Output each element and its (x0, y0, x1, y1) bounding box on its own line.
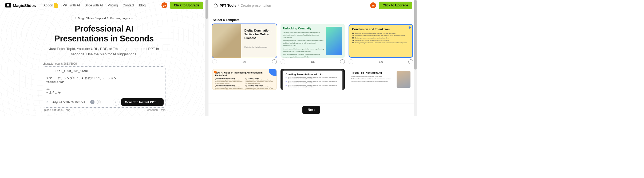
attached-file-chip[interactable]: 4dyO-1729077608207-U… (52, 100, 89, 104)
primary-nav: Addon PPT with AI Slide with AI Pricing … (44, 3, 146, 8)
translate-icon: ⟑ (74, 17, 76, 20)
nav-addon[interactable]: Addon (44, 3, 58, 8)
character-counter: character count: 2663/6000 (43, 62, 165, 65)
time-hint: less than 2 min (147, 108, 165, 111)
prompt-input-wrap: 𝄐 4dyO-1729077608207-U… ✓ ✕ ☄ Generate I… (43, 66, 165, 108)
accent-dot-icon (214, 71, 217, 73)
template-card-2[interactable]: Unlocking Creativity Creativity is the b… (280, 24, 345, 58)
pager-prev-icon[interactable]: ← (280, 59, 285, 64)
next-button[interactable]: Next (302, 106, 320, 114)
nav-blog[interactable]: Blog (139, 3, 146, 7)
template-4-title: How AI Helps In Increasing Automation In… (215, 71, 274, 77)
prompt-textarea[interactable] (43, 67, 165, 96)
template-card-3[interactable]: Conclusion and Thank You 01E-commerce ha… (349, 24, 413, 58)
right-header: PPT Tools / Create presentation ya Click… (208, 0, 417, 11)
file-remove-icon[interactable]: ✕ (97, 100, 101, 104)
nav-pricing[interactable]: Pricing (108, 3, 118, 7)
nav-ppt-with-ai[interactable]: PPT with AI (63, 3, 80, 7)
right-scrollbar-thumb[interactable] (414, 0, 417, 69)
breadcrumb: PPT Tools / Create presentation (213, 3, 271, 8)
language-badge[interactable]: ⟑ MagicSlides Support 100+ Languages → (71, 15, 137, 21)
pager-next-icon[interactable]: → (272, 59, 277, 64)
template-card-5[interactable]: Creating Presentations with AI. 01AI can… (280, 69, 345, 90)
pager-prev-icon[interactable]: ← (349, 59, 353, 64)
template-2-title: Unlocking Creativity (283, 27, 324, 30)
google-slides-icon (54, 3, 58, 8)
left-scrollbar[interactable] (205, 0, 208, 116)
template-1-subtitle: Mastering the Digital Landscape (244, 46, 274, 48)
template-3-title: Conclusion and Thank You (352, 28, 410, 31)
right-scrollbar[interactable] (414, 0, 417, 116)
logo-mark-icon (5, 3, 11, 7)
template-1-title: Digital Domination: Tactics for Online S… (244, 29, 274, 40)
nav-contact[interactable]: Contact (123, 3, 134, 7)
template-6-image (397, 71, 410, 88)
left-header: MagicSlides Addon PPT with AI Slide with… (0, 0, 208, 11)
template-card-1[interactable]: Digital Domination: Tactics for Online S… (212, 24, 277, 58)
language-badge-label: MagicSlides Support 100+ Languages → (78, 17, 134, 20)
ai-suggestion-bulb-button[interactable]: ☄ (113, 99, 120, 106)
template-2-image (326, 27, 342, 55)
hero-title: Professional AI Presentations in Seconds (16, 24, 192, 44)
template-2-pager: ← 1/6 → (280, 59, 345, 64)
hero-subtitle: Just Enter Topic, Youtube URL, PDF, or T… (45, 46, 163, 57)
attachment-icon[interactable]: 𝄐 (45, 100, 50, 104)
selection-dot-icon (409, 26, 411, 29)
nav-slide-with-ai[interactable]: Slide with AI (85, 3, 103, 7)
upgrade-button[interactable]: Click to Upgrade (170, 2, 203, 9)
upload-hint: upload pdf, docx, .png (43, 108, 70, 111)
home-icon[interactable] (213, 3, 218, 8)
template-5-title: Creating Presentations with AI. (286, 73, 339, 76)
template-3-pager: ← 1/6 → (349, 59, 413, 64)
upgrade-button[interactable]: Click to Upgrade (379, 2, 412, 9)
crumb-leaf: Create presentation (240, 3, 271, 7)
template-1-pager: ← 1/6 → (212, 59, 277, 64)
right-footer: Next (208, 103, 414, 116)
template-grid: Digital Domination: Tactics for Online S… (212, 24, 413, 90)
pager-label: 1/6 (242, 60, 246, 63)
pager-next-icon[interactable]: → (408, 59, 413, 64)
nav-addon-label: Addon (44, 3, 53, 7)
crumb-root[interactable]: PPT Tools (220, 3, 236, 7)
file-ok-icon: ✓ (90, 100, 94, 104)
crumb-sep: / (238, 3, 239, 7)
pager-label: 1/6 (379, 60, 383, 63)
section-title: Select a Template (213, 18, 413, 22)
template-1-image (212, 24, 241, 58)
pager-label: 1/6 (311, 60, 315, 63)
pager-next-icon[interactable]: → (340, 59, 345, 64)
template-card-6[interactable]: Types of Networking Online and offline n… (349, 69, 413, 90)
avatar[interactable]: ya (161, 2, 167, 8)
left-scrollbar-thumb[interactable] (206, 0, 208, 19)
template-6-title: Types of Networking (351, 71, 397, 74)
avatar[interactable]: ya (370, 2, 376, 8)
bulb-icon: ☄ (114, 100, 118, 104)
generate-ppt-button[interactable]: Generate Instant PPT → (121, 98, 164, 106)
pager-prev-icon[interactable]: ← (212, 59, 217, 64)
brand-logo[interactable]: MagicSlides (5, 3, 36, 8)
template-card-4[interactable]: How AI Helps In Increasing Automation In… (212, 69, 277, 90)
brand-name: MagicSlides (13, 3, 36, 8)
